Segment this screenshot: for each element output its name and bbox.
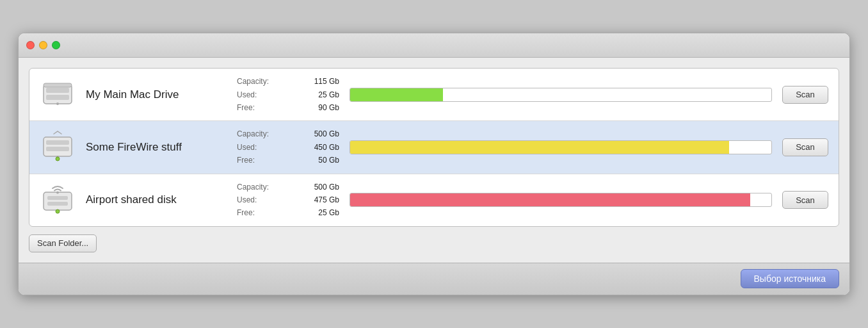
scan-folder-button[interactable]: Scan Folder... [29, 234, 97, 252]
capacity-value-airport-drive: 500 Gb [307, 181, 339, 193]
free-value-firewire-drive: 50 Gb [307, 154, 339, 167]
svg-point-3 [56, 102, 59, 105]
free-value-airport-drive: 25 Gb [307, 206, 339, 219]
svg-point-11 [56, 192, 59, 194]
svg-rect-10 [44, 192, 72, 210]
drive-icon-main-mac-drive [40, 77, 76, 113]
svg-rect-13 [47, 202, 68, 206]
svg-rect-12 [47, 196, 68, 200]
drive-row-airport-drive[interactable]: Airport shared disk Capacity: 500 Gb Use… [29, 174, 839, 226]
free-value-main-mac-drive: 90 Gb [307, 101, 339, 114]
drive-row-main-mac-drive[interactable]: My Main Mac Drive Capacity: 115 Gb Used:… [29, 69, 839, 121]
scan-button-main-mac-drive[interactable]: Scan [782, 86, 828, 104]
used-value-firewire-drive: 450 Gb [307, 141, 339, 154]
drive-icon-airport-drive [40, 182, 76, 218]
drive-stats-firewire-drive: Capacity: 500 Gb Used: 450 Gb Free: 50 G… [237, 127, 339, 167]
scan-button-firewire-drive[interactable]: Scan [782, 138, 828, 156]
progress-bar-main-mac-drive [350, 88, 772, 102]
used-label-airport-drive: Used: [237, 193, 257, 206]
used-value-airport-drive: 475 Gb [307, 193, 339, 206]
svg-rect-7 [46, 147, 69, 151]
capacity-value-firewire-drive: 500 Gb [307, 127, 339, 140]
capacity-value-main-mac-drive: 115 Gb [307, 75, 339, 88]
drive-name-airport-drive: Airport shared disk [86, 193, 227, 206]
traffic-lights [26, 41, 60, 49]
free-label-main-mac-drive: Free: [237, 101, 255, 114]
drive-stats-main-mac-drive: Capacity: 115 Gb Used: 25 Gb Free: 90 Gb [237, 75, 339, 114]
minimize-button[interactable] [39, 41, 47, 49]
drive-stats-airport-drive: Capacity: 500 Gb Used: 475 Gb Free: 25 G… [237, 181, 339, 220]
capacity-label-firewire-drive: Capacity: [237, 127, 269, 140]
maximize-button[interactable] [52, 41, 60, 49]
used-label-main-mac-drive: Used: [237, 88, 257, 101]
capacity-label-main-mac-drive: Capacity: [237, 75, 269, 88]
drive-icon-firewire-drive [40, 129, 76, 165]
progress-fill-firewire-drive [350, 141, 729, 154]
progress-fill-airport-drive [350, 193, 750, 206]
drive-name-firewire-drive: Some FireWire stuff [86, 141, 227, 154]
bottom-bar: Выбор источника [19, 263, 849, 295]
svg-rect-4 [44, 83, 72, 87]
svg-point-9 [56, 157, 60, 161]
progress-bar-firewire-drive [350, 140, 772, 154]
close-button[interactable] [26, 41, 35, 49]
svg-rect-6 [46, 140, 69, 145]
svg-point-14 [56, 209, 60, 213]
titlebar [19, 33, 849, 58]
drive-name-main-mac-drive: My Main Mac Drive [86, 88, 227, 101]
drives-container: My Main Mac Drive Capacity: 115 Gb Used:… [29, 68, 839, 227]
window-body: My Main Mac Drive Capacity: 115 Gb Used:… [19, 58, 849, 263]
svg-rect-1 [46, 88, 69, 93]
scan-button-airport-drive[interactable]: Scan [782, 191, 828, 209]
free-label-firewire-drive: Free: [237, 154, 255, 167]
source-button[interactable]: Выбор источника [741, 269, 840, 288]
free-label-airport-drive: Free: [237, 206, 255, 219]
used-label-firewire-drive: Used: [237, 141, 257, 154]
drive-row-firewire-drive[interactable]: Some FireWire stuff Capacity: 500 Gb Use… [29, 121, 839, 174]
svg-rect-2 [46, 95, 69, 100]
progress-bar-airport-drive [350, 193, 772, 207]
capacity-label-airport-drive: Capacity: [237, 181, 269, 193]
used-value-main-mac-drive: 25 Gb [307, 88, 339, 101]
progress-fill-main-mac-drive [350, 88, 443, 101]
main-window: My Main Mac Drive Capacity: 115 Gb Used:… [18, 33, 850, 295]
